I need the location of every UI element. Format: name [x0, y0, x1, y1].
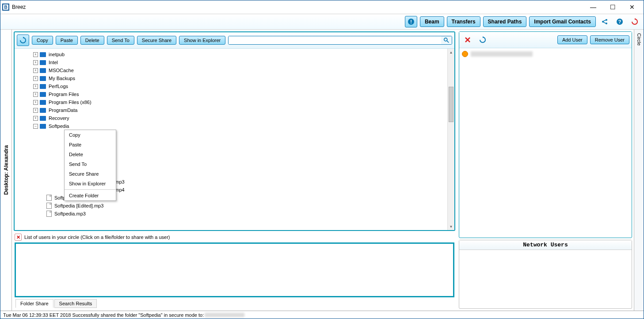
remove-user-button[interactable]: Remove User: [590, 35, 629, 44]
file-toolbar: Copy Paste Delete Send To Secure Share S…: [15, 32, 454, 49]
tree-folder[interactable]: +PerfLogs: [18, 82, 446, 90]
tree-folder[interactable]: +inetpub: [18, 50, 446, 58]
file-browser-panel: Copy Paste Delete Send To Secure Share S…: [14, 31, 455, 231]
add-user-button[interactable]: Add User: [557, 35, 587, 44]
transfers-button[interactable]: Transfers: [447, 16, 480, 27]
share-icon[interactable]: [598, 16, 611, 27]
close-button[interactable]: ✕: [622, 1, 642, 13]
status-bar: Tue Mar 06 12:39:33 EET 2018 Successfull…: [0, 311, 644, 319]
expand-icon[interactable]: +: [33, 60, 38, 65]
delete-user-icon[interactable]: [461, 34, 474, 46]
refresh-red-icon[interactable]: [629, 16, 641, 27]
file-icon: [46, 195, 52, 201]
tree-file[interactable]: Softpedia.mp3: [18, 210, 446, 218]
folder-icon: [40, 84, 46, 89]
ctx-sendto[interactable]: Send To: [65, 159, 116, 169]
window-title: Breez: [12, 4, 26, 10]
svg-text:!: !: [410, 19, 412, 24]
top-toolbar: ! Beam Transfers Shared Paths Import Gma…: [0, 14, 644, 30]
search-input[interactable]: [229, 36, 441, 44]
svg-line-6: [603, 22, 606, 23]
expand-icon[interactable]: +: [33, 116, 38, 121]
beam-button[interactable]: Beam: [420, 16, 444, 27]
expand-icon[interactable]: +: [33, 100, 38, 105]
ctx-secure-share[interactable]: Secure Share: [65, 169, 116, 179]
context-menu[interactable]: Copy Paste Delete Send To Secure Share S…: [64, 130, 116, 201]
collapse-icon[interactable]: −: [33, 124, 38, 129]
ctx-paste[interactable]: Paste: [65, 140, 116, 150]
refresh-users-icon[interactable]: [476, 34, 489, 46]
expand-icon[interactable]: +: [33, 108, 38, 113]
expand-icon[interactable]: +: [33, 52, 38, 57]
search-icon[interactable]: [441, 36, 452, 44]
scroll-thumb[interactable]: [449, 87, 453, 122]
ctx-delete[interactable]: Delete: [65, 150, 116, 159]
expand-icon[interactable]: +: [33, 76, 38, 81]
scrollbar[interactable]: ▲▼: [447, 49, 454, 230]
titlebar: B Breez — ☐ ✕: [0, 0, 644, 14]
network-users-list[interactable]: [459, 250, 632, 308]
file-icon: [46, 211, 52, 217]
help-icon[interactable]: ?: [614, 16, 626, 27]
expand-icon[interactable]: +: [33, 68, 38, 73]
app-icon: B: [2, 4, 9, 11]
svg-line-5: [603, 20, 606, 21]
paste-button[interactable]: Paste: [56, 36, 78, 45]
tree-folder[interactable]: +Recovery: [18, 114, 446, 122]
tree-folder[interactable]: +Intel: [18, 58, 446, 66]
svg-text:?: ?: [618, 19, 621, 24]
left-vertical-label: Desktop: Alexandra: [0, 30, 12, 311]
circle-panel: Add User Remove User: [459, 31, 632, 238]
ctx-show-explorer[interactable]: Show in Explorer: [65, 179, 116, 188]
status-redacted: [205, 313, 244, 317]
network-users-panel: Network Users: [459, 240, 632, 309]
maximize-button[interactable]: ☐: [603, 1, 622, 13]
sendto-button[interactable]: Send To: [107, 36, 134, 45]
folder-icon: [40, 116, 46, 121]
tree-folder[interactable]: +Program Files: [18, 90, 446, 98]
folder-icon: [40, 76, 46, 81]
folder-icon: [40, 108, 46, 113]
tab-folder-share[interactable]: Folder Share: [15, 299, 53, 308]
network-users-header: Network Users: [459, 240, 632, 250]
tree-folder[interactable]: −Softpedia: [18, 122, 446, 130]
tree-folder[interactable]: +Program Files (x86): [18, 98, 446, 106]
tree-file[interactable]: Softpedia [Edited].mp3: [18, 202, 446, 210]
folder-icon: [40, 100, 46, 105]
alert-icon[interactable]: !: [405, 16, 417, 27]
expand-icon[interactable]: +: [33, 92, 38, 97]
userlist-header: List of users in your circle (Click on a…: [24, 234, 170, 240]
shared-paths-button[interactable]: Shared Paths: [483, 16, 527, 27]
scroll-up-icon[interactable]: ▲: [448, 49, 454, 56]
ctx-copy[interactable]: Copy: [65, 130, 116, 140]
right-vertical-label[interactable]: Circle: [634, 30, 644, 311]
folder-icon: [40, 68, 46, 73]
tab-search-results[interactable]: Search Results: [54, 299, 97, 308]
tree-folder[interactable]: +MSOCache: [18, 66, 446, 74]
circle-users-list[interactable]: [15, 242, 454, 297]
ctx-create-folder[interactable]: Create Folder: [65, 191, 116, 200]
folder-icon: [40, 60, 46, 65]
user-name-redacted: [471, 51, 533, 57]
svg-point-9: [444, 38, 447, 41]
refresh-icon[interactable]: [17, 35, 29, 46]
circle-user-item[interactable]: [461, 50, 630, 58]
import-gmail-button[interactable]: Import Gmail Contacts: [529, 16, 596, 27]
svg-line-10: [447, 41, 449, 42]
search-box[interactable]: [228, 36, 452, 45]
folder-tree[interactable]: +inetpub +Intel +MSOCache +My Backups +P…: [15, 49, 447, 230]
tree-folder[interactable]: +ProgramData: [18, 106, 446, 114]
minimize-button[interactable]: —: [583, 1, 603, 13]
expand-icon[interactable]: +: [33, 84, 38, 89]
close-userlist-icon[interactable]: ✕: [15, 234, 22, 241]
user-icon: [462, 51, 468, 57]
tree-folder[interactable]: +My Backups: [18, 74, 446, 82]
scroll-down-icon[interactable]: ▼: [448, 223, 454, 230]
file-icon: [46, 203, 52, 209]
show-in-explorer-button[interactable]: Show in Explorer: [179, 36, 225, 45]
copy-button[interactable]: Copy: [32, 36, 53, 45]
secure-share-button[interactable]: Secure Share: [137, 36, 176, 45]
delete-button[interactable]: Delete: [80, 36, 104, 45]
folder-icon: [40, 92, 46, 97]
folder-icon: [40, 124, 46, 129]
